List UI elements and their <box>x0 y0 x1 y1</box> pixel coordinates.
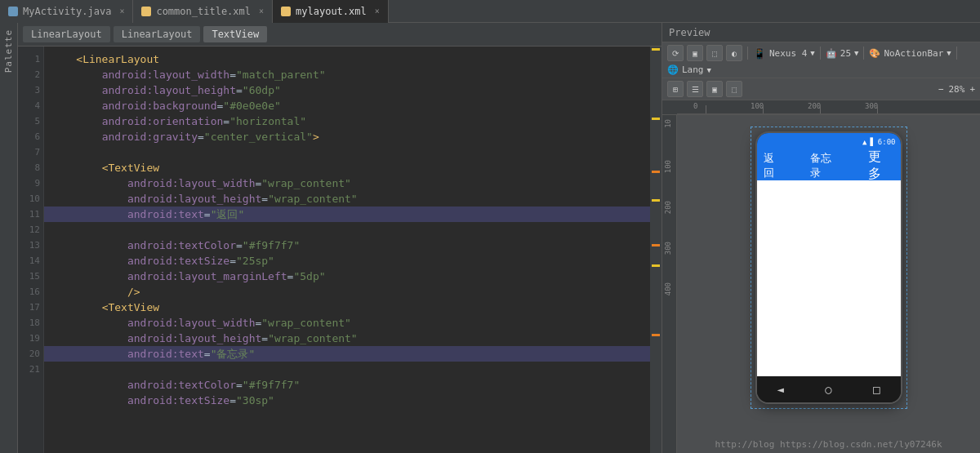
java-file-icon <box>8 7 18 16</box>
nav-back: ◄ <box>777 383 784 396</box>
toolbar-btn-grid[interactable]: ⊞ <box>667 81 684 97</box>
wifi-icon: ▲ <box>862 138 866 146</box>
tab-mylayout[interactable]: mylayout.xml × <box>273 0 389 23</box>
lang-dropdown-icon: ▼ <box>707 66 711 74</box>
zoom-controls: − 28% + <box>938 84 975 95</box>
palette-strip: Palette <box>0 23 18 453</box>
palette-label: Palette <box>3 29 14 73</box>
xml-active-file-icon <box>281 7 291 16</box>
scroll-mark-3 <box>652 171 660 173</box>
scroll-mark-5 <box>652 244 660 246</box>
tab-bar: MyActivity.java × common_title.xml × myl… <box>0 0 980 23</box>
tab-common-title[interactable]: common_title.xml × <box>133 0 273 23</box>
ruler-tick-200 <box>820 105 821 113</box>
ruler-left-label2: 100 <box>664 160 672 173</box>
breadcrumb-linearlayout-2[interactable]: LinearLayout <box>114 26 201 42</box>
device-selector[interactable]: 📱 Nexus 4 ▼ <box>753 47 815 60</box>
ruler-left-label5: 400 <box>664 282 672 295</box>
lang-selector[interactable]: 🌐 Lang ▼ <box>667 64 711 75</box>
phone-wrapper: ▲ ▋ 6:00 返回 备忘录 更多 <box>755 131 902 404</box>
preview-toolbar: ⟳ ▣ ⬚ ◐ 📱 Nexus 4 ▼ 🤖 25 ▼ 🎨 NoActionBar… <box>662 42 980 78</box>
ruler-tick-0 <box>706 105 706 113</box>
toolbar-btn-3[interactable]: ⬚ <box>706 45 723 61</box>
toolbar-btn-1[interactable]: ⟳ <box>667 45 684 61</box>
tab-myactivity-label: MyActivity.java <box>23 6 111 17</box>
scroll-indicators <box>650 47 662 453</box>
ruler-left: 10 100 200 300 400 <box>662 115 677 453</box>
ruler-label-200: 200 <box>808 102 821 110</box>
theme-dropdown-icon: ▼ <box>947 49 951 57</box>
ruler-top: 0 100 200 300 <box>662 100 980 115</box>
code-container[interactable]: 1 2 3 4 5 6 7 8 9 10 11 12 13 14 15 16 1… <box>18 47 662 453</box>
action-bar-back: 返回 <box>764 151 785 180</box>
tab-mylayout-close[interactable]: × <box>375 7 380 16</box>
theme-name: NoActionBar <box>884 48 943 59</box>
ruler-left-label4: 300 <box>664 242 672 255</box>
zoom-minus-icon[interactable]: − <box>938 84 944 95</box>
action-bar-title: 备忘录 <box>810 151 842 180</box>
main-area: Palette LinearLayout LinearLayout TextVi… <box>0 23 980 453</box>
right-panel: Preview ⟳ ▣ ⬚ ◐ 📱 Nexus 4 ▼ 🤖 25 ▼ 🎨 <box>662 23 980 453</box>
scroll-mark-4 <box>652 199 660 202</box>
xml-file-icon <box>141 7 151 16</box>
preview-canvas: ▲ ▋ 6:00 返回 备忘录 更多 <box>677 115 980 453</box>
status-time: 6:00 <box>878 138 896 146</box>
toolbar-sep-3 <box>863 47 864 60</box>
android-icon: 🤖 <box>826 48 837 59</box>
globe-icon: 🌐 <box>667 64 679 75</box>
phone-icon: 📱 <box>753 47 766 60</box>
toolbar-btn-view1[interactable]: ▣ <box>706 81 723 97</box>
device-dropdown-icon: ▼ <box>810 49 814 57</box>
preview-title: Preview <box>669 27 710 38</box>
api-dropdown-icon: ▼ <box>854 49 858 57</box>
tab-myactivity[interactable]: MyActivity.java × <box>0 0 133 23</box>
scroll-mark-1 <box>652 48 660 51</box>
toolbar-btn-list[interactable]: ☰ <box>687 81 703 97</box>
toolbar-sep-1 <box>747 47 748 60</box>
toolbar-sep-4 <box>956 47 957 60</box>
phone-action-bar: 返回 备忘录 更多 <box>757 151 901 180</box>
phone-mockup: ▲ ▋ 6:00 返回 备忘录 更多 <box>755 131 902 404</box>
tab-mylayout-label: mylayout.xml <box>296 6 367 17</box>
breadcrumb-linearlayout-1[interactable]: LinearLayout <box>23 26 110 42</box>
lang-label: Lang <box>682 64 704 75</box>
ruler-tick-300 <box>877 105 878 113</box>
phone-nav-bar: ◄ ○ □ <box>757 376 901 402</box>
zoom-level: 28% <box>949 84 965 95</box>
tab-common-title-close[interactable]: × <box>259 7 264 16</box>
toolbar-btn-view2[interactable]: ⬚ <box>726 81 742 97</box>
watermark: http://blog https://blog.csdn.net/ly0724… <box>677 439 980 450</box>
preview-header: Preview <box>662 23 980 42</box>
line-numbers: 1 2 3 4 5 6 7 8 9 10 11 12 13 14 15 16 1… <box>18 47 44 453</box>
code-editor[interactable]: <LinearLayout android:layout_width="matc… <box>44 47 650 453</box>
nav-recent: □ <box>873 383 880 396</box>
tab-myactivity-close[interactable]: × <box>119 7 124 16</box>
ruler-tick-100 <box>763 105 764 113</box>
ruler-label-300: 300 <box>865 102 878 110</box>
scroll-mark-2 <box>652 118 660 120</box>
breadcrumb-textview[interactable]: TextView <box>203 26 267 42</box>
nav-home: ○ <box>825 383 831 396</box>
tab-common-title-label: common_title.xml <box>156 6 251 17</box>
ruler-label-0: 0 <box>693 102 697 110</box>
toolbar-btn-4[interactable]: ◐ <box>726 45 742 61</box>
ruler-left-label: 10 <box>664 119 672 128</box>
theme-selector[interactable]: 🎨 NoActionBar ▼ <box>869 48 951 59</box>
ruler-label-100: 100 <box>751 102 764 110</box>
phone-content-area <box>757 180 901 376</box>
signal-icon: ▋ <box>870 138 874 146</box>
scroll-mark-7 <box>652 334 660 336</box>
device-name: Nexus 4 <box>769 48 807 59</box>
ruler-left-label3: 200 <box>664 201 672 214</box>
toolbar-btn-2[interactable]: ▣ <box>687 45 703 61</box>
scroll-mark-6 <box>652 264 660 267</box>
ruler-container: 0 100 200 300 10 100 200 300 <box>662 100 980 453</box>
api-selector[interactable]: 🤖 25 ▼ <box>826 48 859 59</box>
preview-toolbar2: ⊞ ☰ ▣ ⬚ − 28% + <box>662 78 980 100</box>
zoom-plus-icon[interactable]: + <box>969 84 975 95</box>
editor-area: LinearLayout LinearLayout TextView 1 2 3… <box>18 23 662 453</box>
breadcrumb-bar: LinearLayout LinearLayout TextView <box>18 23 662 47</box>
action-bar-more: 更多 <box>868 149 894 183</box>
toolbar-sep-2 <box>820 47 821 60</box>
api-level: 25 <box>840 48 851 59</box>
